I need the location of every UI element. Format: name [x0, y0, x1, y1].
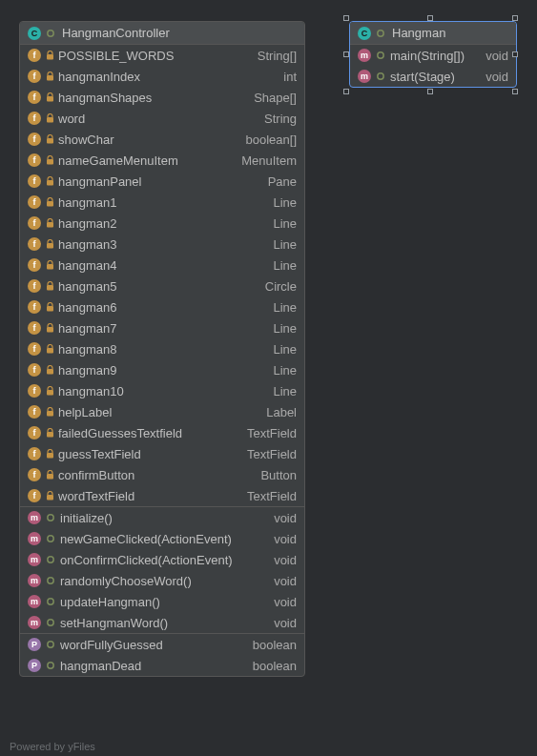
member-name: hangmanPanel — [58, 174, 141, 189]
field-icon: f — [28, 153, 41, 167]
member-name: helpLabel — [58, 405, 112, 419]
selection-handle[interactable] — [427, 15, 433, 21]
visibility-icon — [45, 639, 56, 650]
selection-handle[interactable] — [512, 51, 518, 57]
svg-rect-8 — [47, 201, 53, 207]
member-name: main(String[]) — [390, 49, 465, 63]
member-row[interactable]: msetHangmanWord()void — [20, 612, 304, 633]
footer-credit: Powered by yFiles — [10, 741, 95, 752]
member-row[interactable]: fguessTextFieldTextField — [20, 443, 304, 464]
member-row[interactable]: ffailedGuessesTextfieldTextField — [20, 422, 304, 443]
member-row[interactable]: mmain(String[])void — [350, 45, 516, 66]
member-name: hangman3 — [58, 237, 116, 252]
lock-icon — [45, 50, 54, 61]
member-type: void — [274, 574, 297, 588]
member-row[interactable]: PhangmanDeadboolean — [20, 655, 304, 676]
member-row[interactable]: fhangman1Line — [20, 192, 304, 213]
field-icon: f — [28, 405, 41, 419]
selection-handle[interactable] — [512, 15, 518, 21]
member-name: hangman1 — [58, 195, 116, 210]
member-row[interactable]: mupdateHangman()void — [20, 591, 304, 612]
selection-handle[interactable] — [427, 89, 433, 94]
member-row[interactable]: fhelpLabelLabel — [20, 401, 304, 422]
method-icon: m — [28, 553, 41, 566]
member-type: Button — [260, 468, 297, 482]
properties-section: PwordFullyGuessedbooleanPhangmanDeadbool… — [20, 634, 304, 676]
member-name: newGameClicked(ActionEvent) — [60, 532, 232, 546]
field-icon: f — [28, 489, 41, 502]
lock-icon — [45, 259, 54, 271]
member-row[interactable]: fhangman4Line — [20, 255, 304, 276]
svg-rect-1 — [47, 54, 53, 60]
lock-icon — [45, 175, 54, 187]
class-name: Hangman — [392, 26, 445, 40]
visibility-icon — [45, 617, 56, 628]
member-row[interactable]: fshowCharboolean[] — [20, 129, 304, 150]
member-row[interactable]: fnameGameMenuItemMenuItem — [20, 150, 304, 171]
svg-rect-3 — [47, 96, 53, 102]
member-name: hangman6 — [58, 300, 116, 315]
svg-rect-21 — [47, 474, 53, 480]
member-row[interactable]: fhangmanShapesShape[] — [20, 87, 304, 108]
svg-rect-5 — [47, 138, 53, 144]
field-icon: f — [28, 258, 41, 272]
class-box-hangman[interactable]: C Hangman mmain(String[])voidmstart(Stag… — [349, 21, 517, 88]
member-name: hangmanDead — [60, 659, 141, 673]
member-type: Line — [273, 342, 297, 357]
method-icon: m — [28, 574, 41, 587]
visibility-icon — [45, 533, 56, 544]
member-row[interactable]: fhangman2Line — [20, 213, 304, 234]
svg-rect-19 — [47, 432, 53, 438]
svg-rect-12 — [47, 285, 53, 291]
svg-rect-15 — [47, 348, 53, 354]
member-row[interactable]: fwordTextFieldTextField — [20, 485, 304, 506]
selection-handle[interactable] — [343, 89, 349, 94]
member-row[interactable]: fwordString — [20, 108, 304, 129]
svg-point-23 — [48, 515, 53, 521]
svg-rect-22 — [47, 495, 53, 501]
member-row[interactable]: fconfirmButtonButton — [20, 464, 304, 485]
member-row[interactable]: PwordFullyGuessedboolean — [20, 634, 304, 655]
member-name: onConfirmClicked(ActionEvent) — [60, 553, 233, 567]
member-type: void — [274, 553, 297, 567]
member-type: TextField — [247, 489, 297, 503]
member-row[interactable]: mstart(Stage)void — [350, 66, 516, 87]
visibility-icon — [45, 554, 56, 565]
member-row[interactable]: fhangman6Line — [20, 296, 304, 317]
member-name: start(Stage) — [390, 70, 455, 84]
member-row[interactable]: monConfirmClicked(ActionEvent)void — [20, 549, 304, 570]
property-icon: P — [28, 659, 41, 672]
class-box-hangman-controller[interactable]: C HangmanController fPOSSIBLE_WORDSStrin… — [19, 21, 305, 677]
member-row[interactable]: mnewGameClicked(ActionEvent)void — [20, 528, 304, 549]
member-name: POSSIBLE_WORDS — [58, 49, 174, 63]
member-row[interactable]: mrandomlyChooseWord()void — [20, 570, 304, 591]
class-header: C HangmanController — [20, 22, 304, 45]
member-row[interactable]: fhangman5Circle — [20, 276, 304, 296]
member-type: void — [485, 49, 508, 63]
member-row[interactable]: fhangman3Line — [20, 234, 304, 255]
method-icon: m — [28, 511, 41, 524]
selection-handle[interactable] — [343, 51, 349, 57]
member-row[interactable]: minitialize()void — [20, 507, 304, 528]
member-name: initialize() — [60, 511, 113, 525]
member-row[interactable]: fhangman8Line — [20, 338, 304, 359]
svg-point-28 — [48, 620, 53, 625]
visibility-icon — [375, 50, 386, 61]
member-row[interactable]: fhangman10Line — [20, 380, 304, 401]
lock-icon — [45, 71, 54, 82]
member-type: boolean — [253, 659, 297, 673]
selection-handle[interactable] — [512, 89, 518, 94]
member-type: MenuItem — [241, 153, 297, 168]
member-type: Line — [273, 300, 297, 315]
member-name: guessTextField — [58, 447, 141, 461]
field-icon: f — [28, 216, 41, 230]
member-row[interactable]: fhangmanPanelPane — [20, 171, 304, 192]
svg-rect-10 — [47, 243, 53, 249]
member-row[interactable]: fhangmanIndexint — [20, 66, 304, 87]
member-row[interactable]: fhangman7Line — [20, 317, 304, 338]
member-name: hangmanShapes — [58, 91, 152, 105]
selection-handle[interactable] — [343, 15, 349, 21]
member-type: boolean — [253, 638, 297, 652]
member-row[interactable]: fhangman9Line — [20, 359, 304, 380]
member-row[interactable]: fPOSSIBLE_WORDSString[] — [20, 45, 304, 66]
